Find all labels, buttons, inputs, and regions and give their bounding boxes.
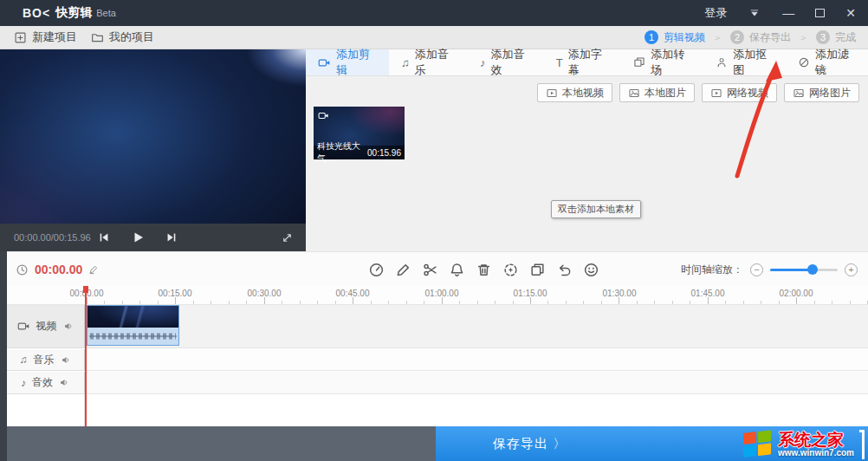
zoom-in-button[interactable]: + (845, 263, 858, 276)
note-icon: ♪ (480, 56, 486, 69)
step-number: 3 (816, 30, 830, 44)
step-separator: ＞ (799, 31, 808, 44)
tab-add-sound-effect[interactable]: ♪ 添加音效 (468, 49, 544, 75)
app-logo: BO< (23, 6, 50, 20)
source-button-label: 网络图片 (809, 86, 851, 101)
tab-label: 添加转场 (651, 47, 691, 78)
image-file-icon (793, 88, 805, 99)
track-label: 音效 (32, 375, 53, 390)
tab-add-cutout[interactable]: 添加抠图 (703, 49, 786, 75)
speaker-icon[interactable] (63, 321, 74, 332)
maximize-button[interactable] (815, 9, 825, 17)
tab-add-filter[interactable]: 添加滤镜 (786, 49, 868, 75)
speaker-icon[interactable] (59, 377, 70, 388)
step-save-export[interactable]: 2 保存导出 (730, 30, 791, 45)
next-frame-icon[interactable] (165, 230, 178, 244)
folder-icon (91, 31, 104, 44)
source-buttons: 本地视频 本地图片 网络视频 网络图片 (537, 83, 859, 102)
new-project-label: 新建项目 (32, 29, 77, 45)
step-edit-video[interactable]: 1 剪辑视频 (645, 30, 705, 45)
video-track-header: 视频 (7, 305, 85, 348)
camera-icon (17, 320, 30, 333)
tab-label: 添加音乐 (415, 47, 456, 78)
image-file-icon (628, 88, 640, 99)
speed-icon[interactable] (367, 261, 385, 279)
tab-label: 添加剪辑 (336, 47, 377, 78)
playhead[interactable] (85, 286, 87, 426)
step-label: 剪辑视频 (664, 30, 705, 45)
track-label: 音乐 (34, 353, 55, 367)
theme-menu-icon[interactable] (748, 7, 761, 19)
sfx-track-header: ♪ 音效 (7, 372, 85, 394)
timeline-ruler[interactable]: 00:00.00 00:15.00 00:30.00 00:45.00 01:0… (0, 286, 868, 305)
clock-icon (16, 263, 29, 276)
media-panel: 添加剪辑 ♫ 添加音乐 ♪ 添加音效 T 添加字幕 添加转场 (306, 49, 868, 251)
local-video-button[interactable]: 本地视频 (537, 83, 612, 102)
edit-timecode-icon[interactable] (88, 264, 99, 275)
cutout-icon (716, 56, 728, 68)
watermark-frame-corner (859, 430, 865, 459)
music-track-lane[interactable] (85, 349, 868, 371)
music-note-icon: ♫ (401, 56, 410, 69)
bell-icon[interactable] (448, 261, 466, 279)
my-projects-button[interactable]: 我的项目 (91, 29, 154, 45)
source-button-label: 本地视频 (562, 86, 604, 101)
step-number: 2 (730, 30, 744, 44)
delete-trash-icon[interactable] (475, 261, 493, 279)
step-label: 完成 (835, 30, 856, 45)
web-image-button[interactable]: 网络图片 (784, 83, 859, 102)
sticker-smiley-icon[interactable] (582, 261, 600, 279)
new-project-button[interactable]: 新建项目 (14, 29, 77, 45)
speaker-icon[interactable] (61, 354, 72, 366)
left-edge-strip (0, 251, 7, 461)
ruler-major-ticks (87, 297, 868, 304)
copy-icon[interactable] (528, 261, 547, 279)
media-item[interactable]: 科技光线大气... 00:15.96 (314, 107, 405, 159)
zoom-out-button[interactable]: − (750, 263, 763, 276)
tab-label: 添加抠图 (733, 47, 774, 78)
play-icon[interactable] (130, 230, 146, 245)
note-icon: ♪ (21, 377, 26, 389)
tab-label: 添加字幕 (568, 47, 609, 78)
fullscreen-icon[interactable] (281, 231, 294, 244)
step-label: 保存导出 (749, 30, 791, 45)
video-preview[interactable] (0, 49, 306, 224)
tab-add-subtitle[interactable]: T 添加字幕 (544, 49, 621, 75)
login-button[interactable]: 登录 (704, 5, 727, 21)
undo-icon[interactable] (555, 261, 573, 279)
timeline-zoom-slider[interactable] (770, 263, 838, 276)
timeline-video-clip[interactable] (87, 305, 179, 346)
local-image-button[interactable]: 本地图片 (619, 83, 695, 102)
video-file-icon (710, 88, 722, 99)
previous-frame-icon[interactable] (97, 230, 111, 244)
beta-badge: Beta (96, 8, 116, 18)
step-number: 1 (645, 30, 658, 44)
step-done[interactable]: 3 完成 (816, 30, 856, 45)
clip-thumbnail (87, 306, 178, 328)
close-button[interactable]: ✕ (845, 7, 856, 19)
music-note-icon: ♫ (20, 354, 28, 366)
new-project-icon (14, 31, 27, 44)
minimize-button[interactable]: — (782, 7, 794, 19)
source-button-label: 网络视频 (727, 86, 768, 101)
media-item-caption: 科技光线大气... 00:15.96 (314, 146, 405, 159)
edit-pencil-icon[interactable] (394, 261, 412, 279)
video-file-icon (546, 88, 558, 99)
sfx-track-lane[interactable] (85, 372, 868, 394)
title-bar: BO< 快剪辑 Beta 登录 — ✕ (0, 0, 868, 26)
tab-add-clip[interactable]: 添加剪辑 (306, 49, 389, 75)
music-track-header: ♫ 音乐 (7, 349, 85, 371)
slider-handle[interactable] (807, 264, 818, 275)
cut-scissors-icon[interactable] (421, 261, 439, 279)
video-track-lane[interactable] (85, 305, 868, 348)
preview-timecode: 00:00.00/00:15.96 (14, 232, 91, 243)
timeline-zoom-label: 时间轴缩放： (681, 263, 743, 277)
tab-add-transition[interactable]: 添加转场 (621, 49, 703, 75)
magic-effect-icon[interactable] (502, 261, 520, 279)
music-track: ♫ 音乐 (7, 349, 868, 371)
tab-bar: 添加剪辑 ♫ 添加音乐 ♪ 添加音效 T 添加字幕 添加转场 (306, 49, 868, 76)
project-bar: 新建项目 我的项目 1 剪辑视频 ＞ 2 保存导出 ＞ 3 完成 (0, 26, 868, 49)
web-video-button[interactable]: 网络视频 (702, 83, 777, 102)
tab-add-music[interactable]: ♫ 添加音乐 (389, 49, 468, 75)
clip-waveform (87, 328, 178, 345)
